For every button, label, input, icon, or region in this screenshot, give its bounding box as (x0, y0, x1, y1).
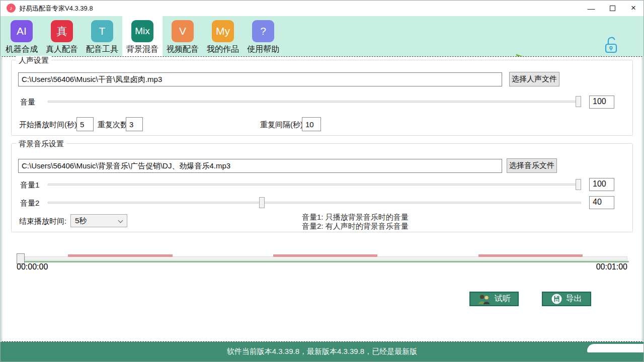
two-people-icon (477, 294, 491, 304)
timeline-track (25, 256, 627, 260)
toolbar-tab-video[interactable]: V视频配音 (163, 16, 203, 56)
toolbar-tab-label: 配音工具 (86, 44, 118, 55)
works-icon: My (212, 20, 234, 42)
real-icon: 真 (51, 20, 73, 42)
toolbar-tab-label: 使用帮助 (247, 44, 279, 55)
cloud-decoration-bottom-icon (587, 344, 643, 352)
music-duration-line (17, 261, 629, 262)
start-time-label: 开始播放时间(秒) (19, 120, 77, 129)
toolbar-tab-works[interactable]: My我的作品 (203, 16, 243, 56)
leaf-decoration-icon (515, 53, 550, 56)
choose-voice-file-button[interactable]: 选择人声文件 (509, 72, 559, 86)
close-button[interactable]: × (623, 0, 644, 16)
start-time-input[interactable] (76, 117, 94, 131)
bgm-volume1-label: 音量1 (20, 180, 39, 190)
toolbar-tab-label: 真人配音 (46, 44, 78, 55)
save-disk-icon (551, 294, 562, 304)
toolbar-tabs: AI机器合成真真人配音T配音工具Mix背景混音V视频配音My我的作品?使用帮助 (2, 16, 283, 56)
toolbar-tab-label: 我的作品 (207, 44, 239, 55)
ai-icon: AI (11, 20, 33, 42)
choose-music-file-button[interactable]: 选择音乐文件 (507, 158, 557, 173)
maximize-icon (610, 6, 615, 11)
toolbar-tab-label: 背景混音 (126, 44, 158, 55)
title-bar: ♪ 好易迅配音专家V4.3.39.8 — × (0, 0, 644, 16)
maximize-button[interactable] (602, 0, 623, 16)
voice-segment (68, 254, 173, 257)
voice-file-path-input[interactable] (18, 72, 502, 86)
bgm-file-path-input[interactable] (18, 159, 502, 173)
toolbar-tab-tools[interactable]: T配音工具 (82, 16, 122, 56)
mix-icon: Mix (131, 20, 153, 42)
end-time-dropdown[interactable]: 5秒 (70, 214, 127, 227)
bgm-volume2-value[interactable]: 40 (589, 196, 614, 209)
end-time-label: 结束播放时间: (19, 217, 66, 226)
slider-thumb[interactable] (576, 96, 581, 107)
export-button-label: 导出 (566, 294, 582, 304)
registration-status[interactable]: 已注册(高级版) (589, 55, 639, 56)
timeline-start-time: 00:00:00 (17, 262, 48, 272)
app-music-note-icon: ♪ (7, 4, 16, 13)
status-bar: 软件当前版本4.3.39.8，最新版本4.3.39.8，已经是最新版 (1, 342, 643, 361)
toolbar-tab-mix[interactable]: Mix背景混音 (122, 16, 163, 56)
repeat-interval-label: 重复间隔(秒) (260, 120, 303, 129)
repeat-count-input[interactable] (126, 117, 143, 131)
preview-button[interactable]: 试听 (469, 292, 519, 306)
timeline-end-time: 00:01:00 (596, 262, 627, 272)
bgm-volume1-value[interactable]: 100 (589, 178, 614, 191)
voice-volume-label: 音量 (20, 98, 35, 107)
bgm-settings-title: 背景音乐设置 (16, 139, 66, 148)
bgm-volume2-label: 音量2 (20, 199, 39, 208)
minimize-button[interactable]: — (581, 0, 602, 16)
volume2-help-note: 音量2: 有人声时的背景音乐音量 (302, 222, 409, 231)
toolbar-tab-label: 机器合成 (6, 44, 38, 55)
chevron-down-icon (118, 218, 123, 223)
voice-volume-slider[interactable] (48, 96, 581, 107)
toolbar: AI机器合成真真人配音T配音工具Mix背景混音V视频配音My我的作品?使用帮助 … (1, 16, 643, 56)
video-icon: V (172, 20, 194, 42)
help-icon: ? (252, 20, 274, 42)
preview-button-label: 试听 (495, 294, 511, 304)
toolbar-tab-ai[interactable]: AI机器合成 (2, 16, 42, 56)
slider-track (48, 202, 581, 204)
toolbar-tab-label: 视频配音 (167, 44, 199, 55)
repeat-interval-input[interactable] (302, 117, 321, 131)
voice-segment (478, 254, 583, 257)
mix-timeline[interactable] (17, 253, 627, 264)
bgm-volume1-slider[interactable] (48, 179, 581, 190)
app-title: 好易迅配音专家V4.3.39.8 (19, 4, 93, 13)
slider-track (48, 101, 581, 103)
volume1-help-note: 音量1: 只播放背景音乐时的音量 (302, 213, 409, 222)
slider-thumb[interactable] (259, 197, 265, 208)
slider-thumb[interactable] (576, 179, 581, 190)
tools-icon: T (91, 20, 113, 42)
unlocked-padlock-icon (603, 36, 619, 55)
repeat-count-label: 重复次数 (98, 120, 128, 129)
toolbar-tab-real[interactable]: 真真人配音 (42, 16, 82, 56)
voice-segment (273, 254, 378, 257)
slider-track (48, 184, 581, 186)
end-time-selected-value: 5秒 (75, 216, 87, 226)
version-status-text: 软件当前版本4.3.39.8，最新版本4.3.39.8，已经是最新版 (227, 347, 417, 356)
toolbar-tab-help[interactable]: ?使用帮助 (243, 16, 283, 56)
voice-volume-value[interactable]: 100 (589, 96, 614, 109)
bgm-volume2-slider[interactable] (48, 197, 581, 208)
export-button[interactable]: 导出 (542, 292, 591, 306)
voice-settings-title: 人声设置 (16, 56, 51, 64)
